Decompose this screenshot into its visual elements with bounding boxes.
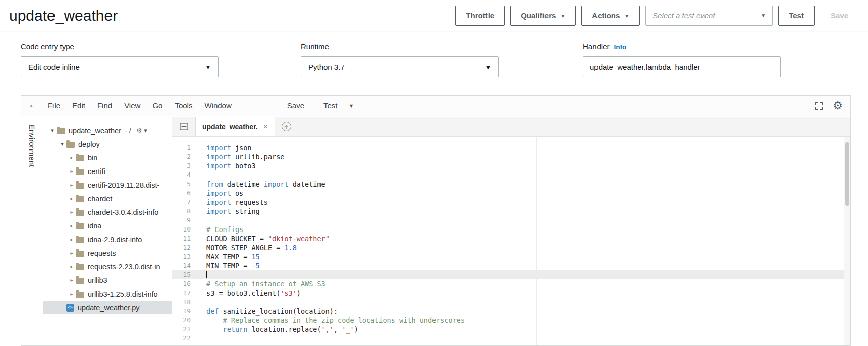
tree-item-label: requests-2.23.0.dist-in <box>88 263 160 271</box>
environment-settings-gear-icon[interactable]: ⚙ ▾ <box>136 127 147 134</box>
code-text: import boto3 <box>197 161 844 170</box>
code-entry-type-select[interactable]: Edit code inline ▼ <box>21 56 219 77</box>
code-line-3[interactable]: 3import boto3 <box>172 161 844 170</box>
tree-item-idna[interactable]: ▸idna <box>43 219 172 233</box>
menu-go[interactable]: Go <box>146 101 169 110</box>
code-line-17[interactable]: 17s3 = boto3.client('s3') <box>172 289 844 298</box>
editor-vertical-scrollbar[interactable] <box>844 137 850 345</box>
code-text: import json <box>197 143 844 152</box>
code-line-18[interactable]: 18 <box>172 298 844 307</box>
code-text: import os <box>197 189 844 198</box>
menu-edit[interactable]: Edit <box>66 101 91 110</box>
actions-button[interactable]: Actions ▼ <box>581 6 640 26</box>
tree-item-certifi-2019-11-28-dist-[interactable]: ▸certifi-2019.11.28.dist- <box>43 178 172 192</box>
code-text: import string <box>197 207 844 216</box>
function-code-config: Code entry type Edit code inline ▼ Runti… <box>0 31 868 91</box>
test-dropdown-caret-icon[interactable]: ▼ <box>349 103 354 109</box>
tab-update-weather-py[interactable]: update_weather. × <box>195 117 275 136</box>
tree-item-requests[interactable]: ▸requests <box>43 246 172 260</box>
caret-right-icon: ▸ <box>68 196 76 201</box>
tree-item-update-weather[interactable]: ▾update_weather- /⚙ ▾ <box>43 124 172 137</box>
line-number: 6 <box>172 189 197 198</box>
tree-item-label: update_weather <box>69 127 121 135</box>
menu-save-button[interactable]: Save <box>281 101 310 110</box>
test-button[interactable]: Test <box>778 6 815 26</box>
folder-icon <box>76 210 84 216</box>
qualifiers-button[interactable]: Qualifiers ▼ <box>510 6 576 26</box>
new-tab-button[interactable]: + <box>275 117 297 136</box>
menu-file[interactable]: File <box>42 101 66 110</box>
caret-right-icon: ▸ <box>68 277 76 283</box>
tree-item-urllib3[interactable]: ▸urllib3 <box>43 273 172 287</box>
handler-label-row: Handler Info <box>583 42 781 51</box>
code-line-9[interactable]: 9 <box>172 216 844 225</box>
code-line-14[interactable]: 14MIN_TEMP = -5 <box>172 261 844 270</box>
code-line-5[interactable]: 5from datetime import datetime <box>172 180 844 189</box>
tab-close-icon[interactable]: × <box>263 123 268 131</box>
caret-down-icon: ▼ <box>624 14 629 19</box>
code-text: # Setup an instance of AWS S3 <box>197 279 844 289</box>
code-line-22[interactable]: 22 <box>172 334 844 343</box>
code-line-11[interactable]: 11CLOUD_BUCKET = "dkiot-weather" <box>172 234 844 243</box>
menu-view[interactable]: View <box>118 101 146 110</box>
tree-item-idna-2-9-dist-info[interactable]: ▸idna-2.9.dist-info <box>43 233 172 246</box>
menu-tools[interactable]: Tools <box>169 101 198 110</box>
code-line-19[interactable]: 19def sanitize_location(location): <box>172 307 844 316</box>
scrollbar-thumb[interactable] <box>845 142 849 206</box>
fullscreen-expand-icon[interactable] <box>814 101 824 111</box>
tab-list-icon[interactable] <box>172 117 195 136</box>
code-line-8[interactable]: 8import string <box>172 207 844 216</box>
tree-item-chardet[interactable]: ▸chardet <box>43 192 172 205</box>
code-text <box>197 270 844 279</box>
tree-item-chardet-3-0-4-dist-info[interactable]: ▸chardet-3.0.4.dist-info <box>43 205 172 219</box>
code-line-16[interactable]: 16# Setup an instance of AWS S3 <box>172 279 844 289</box>
throttle-button[interactable]: Throttle <box>455 6 505 26</box>
collapse-menu-arrow-icon[interactable]: ▲ <box>29 103 34 108</box>
caret-down-icon: ▼ <box>205 64 211 70</box>
code-line-7[interactable]: 7import requests <box>172 198 844 207</box>
runtime-select[interactable]: Python 3.7 ▼ <box>301 56 499 77</box>
tree-item-certifi[interactable]: ▸certifi <box>43 164 172 178</box>
code-text: # Replace commas in the zip code locatio… <box>197 316 844 325</box>
caret-right-icon: ▸ <box>68 209 76 215</box>
caret-down-icon: ▾ <box>58 141 66 147</box>
code-line-1[interactable]: 1import json <box>172 143 844 152</box>
code-lines[interactable]: 1import json2import urllib.parse3import … <box>172 137 844 345</box>
code-line-20[interactable]: 20 # Replace commas in the zip code loca… <box>172 316 844 325</box>
caret-down-icon: ▼ <box>485 64 491 70</box>
python-file-icon: <> <box>66 304 74 312</box>
code-line-4[interactable]: 4 <box>172 170 844 180</box>
code-line-10[interactable]: 10# Configs <box>172 225 844 234</box>
tree-item-bin[interactable]: ▸bin <box>43 151 172 164</box>
caret-right-icon: ▸ <box>68 182 76 188</box>
test-event-select[interactable]: Select a test event ▼ <box>645 6 773 26</box>
caret-right-icon: ▸ <box>68 155 76 160</box>
tree-item-label: chardet-3.0.4.dist-info <box>88 208 158 216</box>
code-line-21[interactable]: 21 return location.replace(',', '_') <box>172 325 844 334</box>
tree-item-update-weather-py[interactable]: <>update_weather.py <box>43 301 172 314</box>
code-line-13[interactable]: 13MAX_TEMP = 15 <box>172 252 844 261</box>
tree-item-requests-2-23-0-dist-in[interactable]: ▸requests-2.23.0.dist-in <box>43 260 172 273</box>
menu-find[interactable]: Find <box>91 101 118 110</box>
tree-item-deploy[interactable]: ▾deploy <box>43 137 172 151</box>
menu-window[interactable]: Window <box>198 101 237 110</box>
editor-settings-gear-icon[interactable]: ⚙ <box>833 100 843 111</box>
folder-icon <box>76 196 84 202</box>
code-line-2[interactable]: 2import urllib.parse <box>172 152 844 161</box>
environment-tab[interactable]: Environment <box>28 125 36 167</box>
code-line-23[interactable]: 23 <box>172 343 844 345</box>
tree-item-urllib3-1-25-8-dist-info[interactable]: ▸urllib3-1.25.8.dist-info <box>43 287 172 301</box>
tree-item-label: urllib3 <box>88 276 107 284</box>
handler-input[interactable] <box>583 56 781 77</box>
line-number: 5 <box>172 180 197 189</box>
handler-info-link[interactable]: Info <box>614 43 627 51</box>
save-button[interactable]: Save <box>820 6 859 26</box>
code-text: MOTOR_STEP_ANGLE = 1.8 <box>197 243 844 252</box>
code-line-6[interactable]: 6import os <box>172 189 844 198</box>
menu-test-button[interactable]: Test <box>317 101 344 110</box>
code-line-12[interactable]: 12MOTOR_STEP_ANGLE = 1.8 <box>172 243 844 252</box>
tree-item-label: urllib3-1.25.8.dist-info <box>88 290 158 298</box>
caret-down-icon: ▾ <box>48 127 57 134</box>
code-text <box>197 334 844 343</box>
code-line-15[interactable]: 15 <box>172 270 844 279</box>
